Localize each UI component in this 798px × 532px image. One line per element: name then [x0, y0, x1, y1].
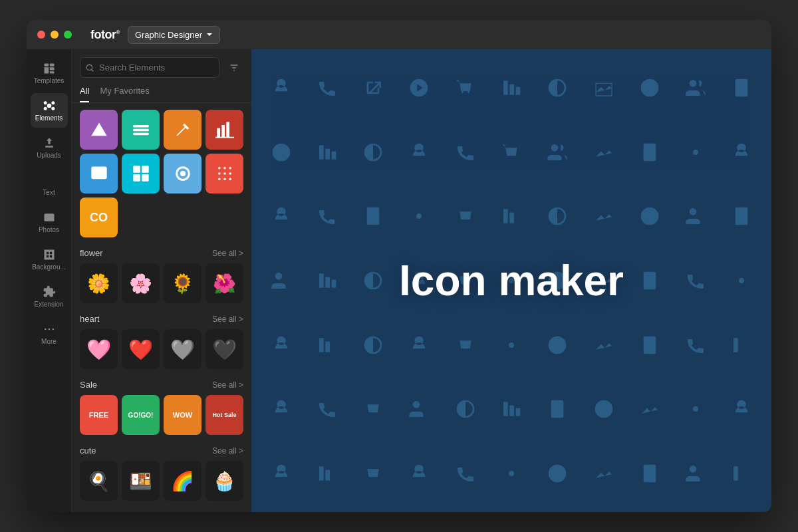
traffic-lights: [37, 31, 72, 39]
grid-bg-icon: [488, 184, 534, 249]
list-item[interactable]: 🌻: [164, 263, 201, 303]
grid-bg-icon: [719, 441, 765, 505]
app-logo: fotor®: [90, 28, 120, 42]
list-item[interactable]: 🌈: [164, 461, 201, 501]
sidebar-label-elements: Elements: [35, 114, 63, 122]
section-header-heart: heart See all >: [80, 314, 243, 324]
charts-icon: [215, 120, 234, 139]
grid-bg-icon: [535, 120, 581, 185]
svg-point-6: [43, 101, 47, 104]
see-all-star[interactable]: See all >: [212, 512, 243, 513]
cat-item-brush[interactable]: [164, 110, 201, 150]
sidebar-label-photos: Photos: [39, 226, 59, 233]
svg-point-7: [51, 101, 55, 104]
list-item[interactable]: 🌼: [80, 263, 118, 303]
see-all-heart[interactable]: See all >: [212, 315, 243, 324]
svg-rect-67: [735, 207, 748, 225]
grid-bg-icon: [581, 120, 626, 185]
sidebar-item-elements[interactable]: Elements: [31, 93, 68, 128]
minimize-button[interactable]: [51, 31, 59, 39]
grid-bg-icon: [304, 441, 350, 505]
maximize-button[interactable]: [64, 31, 72, 39]
sidebar-item-extension[interactable]: Extension: [31, 279, 68, 314]
graphic-designer-dropdown[interactable]: Graphic Designer: [128, 26, 220, 44]
grid-bg-icon: [672, 249, 718, 313]
filter-icon: [229, 63, 239, 73]
grid-bg-icon: [350, 249, 396, 313]
svg-rect-86: [551, 400, 564, 418]
heart-items: 🩷 ❤️ 🩶 🖤: [80, 329, 243, 369]
list-item[interactable]: 🧁: [205, 461, 243, 501]
sidebar-label-more: More: [41, 338, 57, 345]
cat-item-dots[interactable]: [205, 154, 243, 194]
grid-bg-icon: [672, 56, 718, 120]
list-item[interactable]: WOW: [164, 395, 201, 435]
sidebar-item-background[interactable]: Backgrou...: [31, 242, 68, 277]
svg-point-94: [690, 466, 697, 473]
titlebar: fotor® Graphic Designer: [27, 20, 771, 49]
list-item[interactable]: 🩷: [80, 329, 118, 369]
grid-bg-icon: [304, 56, 350, 120]
svg-point-75: [739, 278, 744, 283]
list-item[interactable]: GO!GO!: [122, 395, 160, 435]
dots-pattern-icon: [215, 164, 234, 183]
cat-item-charts[interactable]: [205, 110, 243, 150]
search-input[interactable]: [80, 57, 219, 78]
list-item[interactable]: 🖤: [205, 329, 243, 369]
list-item[interactable]: FREE: [80, 395, 118, 435]
grid-bg-icon: [304, 184, 350, 249]
svg-rect-3: [49, 67, 54, 70]
cat-item-lines[interactable]: [122, 110, 160, 150]
svg-rect-25: [226, 122, 229, 137]
grid-bg-icon: [258, 120, 304, 185]
sidebar-item-uploads[interactable]: Uploads: [31, 130, 68, 165]
svg-point-14: [52, 329, 54, 331]
sidebar-item-text[interactable]: Text: [31, 168, 68, 202]
list-item[interactable]: 🌺: [205, 263, 243, 303]
panel-content: CO flower See all > 🌼 🌸 🌻 🌺 heart: [72, 110, 251, 512]
grid-bg-icon: [258, 441, 304, 505]
extension-icon: [43, 285, 56, 299]
svg-point-35: [218, 167, 221, 170]
cat-item-co[interactable]: CO: [80, 198, 118, 237]
sidebar-item-photos[interactable]: Photos: [31, 205, 68, 239]
svg-point-38: [218, 172, 221, 175]
svg-point-39: [223, 172, 226, 175]
sidebar-item-more[interactable]: More: [31, 317, 68, 351]
cat-item-photos[interactable]: [80, 154, 118, 194]
list-item[interactable]: 🩶: [164, 329, 201, 369]
svg-rect-58: [643, 144, 656, 162]
grid-bg-icon: [719, 377, 765, 442]
sidebar-item-templates[interactable]: Templates: [31, 56, 68, 90]
cat-item-shapes[interactable]: [80, 110, 118, 150]
cat-item-circle[interactable]: [164, 154, 201, 194]
filter-button[interactable]: [225, 59, 243, 77]
elements-panel: All My Favorites: [72, 49, 251, 512]
tab-favorites[interactable]: My Favorites: [100, 86, 149, 102]
tab-all[interactable]: All: [80, 86, 89, 102]
svg-point-68: [275, 273, 282, 280]
svg-point-13: [48, 329, 50, 331]
close-button[interactable]: [37, 31, 45, 39]
brush-icon: [174, 120, 192, 139]
svg-rect-74: [643, 272, 656, 290]
see-all-sale[interactable]: See all >: [212, 380, 243, 390]
svg-point-37: [229, 167, 231, 170]
see-all-flower[interactable]: See all >: [212, 249, 243, 258]
list-item[interactable]: 🍳: [80, 461, 118, 501]
list-item[interactable]: 🌸: [122, 263, 160, 303]
flower-items: 🌼 🌸 🌻 🌺: [80, 263, 243, 303]
svg-rect-2: [44, 67, 49, 73]
svg-rect-85: [516, 408, 521, 416]
triangle-icon: [90, 120, 108, 139]
svg-point-5: [47, 104, 51, 108]
svg-line-16: [92, 69, 94, 71]
svg-rect-80: [643, 336, 656, 354]
list-item[interactable]: 🍱: [122, 461, 160, 501]
list-item[interactable]: Hot Sale: [205, 395, 243, 435]
grid-bg-icon: [581, 377, 626, 442]
see-all-cute[interactable]: See all >: [212, 446, 243, 456]
cat-item-grid[interactable]: [122, 154, 160, 194]
chevron-down-icon: [206, 31, 213, 38]
list-item[interactable]: ❤️: [122, 329, 160, 369]
